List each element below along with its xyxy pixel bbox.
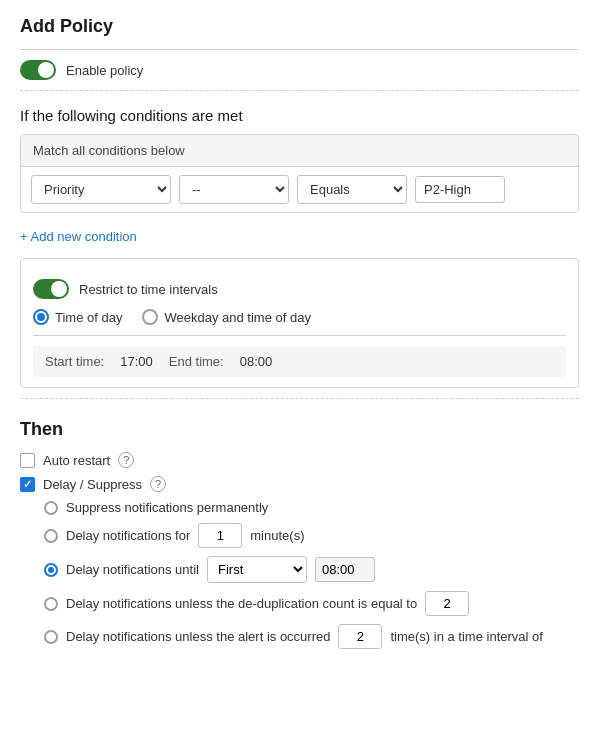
- title-divider: [20, 49, 579, 50]
- delay-until-option: Delay notifications until First: [44, 556, 579, 583]
- match-header: Match all conditions below: [21, 135, 578, 167]
- start-time-value: 17:00: [120, 354, 153, 369]
- delay-until-time[interactable]: [315, 557, 375, 582]
- auto-restart-checkbox[interactable]: [20, 453, 35, 468]
- delay-dedup-option: Delay notifications unless the de-duplic…: [44, 591, 579, 616]
- priority-select[interactable]: Priority: [31, 175, 171, 204]
- auto-restart-label: Auto restart: [43, 453, 110, 468]
- conditions-title: If the following conditions are met: [20, 107, 579, 124]
- time-intervals-toggle[interactable]: [33, 279, 69, 299]
- section-divider-2: [20, 398, 579, 399]
- delay-for-radio[interactable]: [44, 529, 58, 543]
- delay-minutes-input[interactable]: [198, 523, 242, 548]
- delay-occurred-label-before: Delay notifications unless the alert is …: [66, 629, 330, 644]
- enable-policy-label: Enable policy: [66, 63, 143, 78]
- then-section: Then Auto restart ? Delay / Suppress ? S…: [20, 419, 579, 649]
- then-title: Then: [20, 419, 579, 440]
- dash-select[interactable]: --: [179, 175, 289, 204]
- delay-suppress-label: Delay / Suppress: [43, 477, 142, 492]
- time-of-day-label: Time of day: [55, 310, 122, 325]
- delay-for-option: Delay notifications for minute(s): [44, 523, 579, 548]
- time-intervals-label: Restrict to time intervals: [79, 282, 218, 297]
- time-of-day-option[interactable]: Time of day: [33, 309, 122, 325]
- delay-occurred-radio[interactable]: [44, 630, 58, 644]
- delay-occurred-input[interactable]: [338, 624, 382, 649]
- time-intervals-toggle-row: Restrict to time intervals: [33, 279, 566, 299]
- weekday-time-label: Weekday and time of day: [164, 310, 310, 325]
- delay-suppress-help[interactable]: ?: [150, 476, 166, 492]
- page-title: Add Policy: [20, 16, 579, 37]
- time-of-day-radio[interactable]: [33, 309, 49, 325]
- delay-occurred-label-after: time(s) in a time interval of: [390, 629, 542, 644]
- time-intervals-slider: [33, 279, 69, 299]
- suppress-perm-option: Suppress notifications permanently: [44, 500, 579, 515]
- delay-dedup-label: Delay notifications unless the de-duplic…: [66, 596, 417, 611]
- enable-policy-toggle[interactable]: [20, 60, 56, 80]
- delay-for-label-before: Delay notifications for: [66, 528, 190, 543]
- equals-select[interactable]: Equals: [297, 175, 407, 204]
- enable-policy-row: Enable policy: [20, 60, 579, 80]
- delay-suppress-row: Delay / Suppress ?: [20, 476, 579, 492]
- auto-restart-row: Auto restart ?: [20, 452, 579, 468]
- delay-dedup-radio[interactable]: [44, 597, 58, 611]
- suppress-perm-label: Suppress notifications permanently: [66, 500, 268, 515]
- suppress-perm-radio[interactable]: [44, 501, 58, 515]
- weekday-time-option[interactable]: Weekday and time of day: [142, 309, 310, 325]
- weekday-time-radio[interactable]: [142, 309, 158, 325]
- start-time-label: Start time:: [45, 354, 104, 369]
- conditions-box: Match all conditions below Priority -- E…: [20, 134, 579, 213]
- time-radio-group: Time of day Weekday and time of day: [33, 309, 566, 325]
- end-time-value: 08:00: [240, 354, 273, 369]
- time-divider: [33, 335, 566, 336]
- add-condition-button[interactable]: + Add new condition: [20, 229, 137, 244]
- delay-until-radio[interactable]: [44, 563, 58, 577]
- condition-value-input[interactable]: [415, 176, 505, 203]
- page-container: Add Policy Enable policy If the followin…: [0, 0, 599, 665]
- auto-restart-help[interactable]: ?: [118, 452, 134, 468]
- toggle-slider: [20, 60, 56, 80]
- delay-occurred-option: Delay notifications unless the alert is …: [44, 624, 579, 649]
- time-row: Start time: 17:00 End time: 08:00: [33, 346, 566, 377]
- suppress-options: Suppress notifications permanently Delay…: [44, 500, 579, 649]
- end-time-label: End time:: [169, 354, 224, 369]
- delay-for-label-after: minute(s): [250, 528, 304, 543]
- condition-row: Priority -- Equals: [21, 167, 578, 212]
- section-divider-1: [20, 90, 579, 91]
- delay-dedup-input[interactable]: [425, 591, 469, 616]
- delay-suppress-checkbox[interactable]: [20, 477, 35, 492]
- delay-until-label: Delay notifications until: [66, 562, 199, 577]
- delay-until-select[interactable]: First: [207, 556, 307, 583]
- time-intervals-section: Restrict to time intervals Time of day W…: [20, 258, 579, 388]
